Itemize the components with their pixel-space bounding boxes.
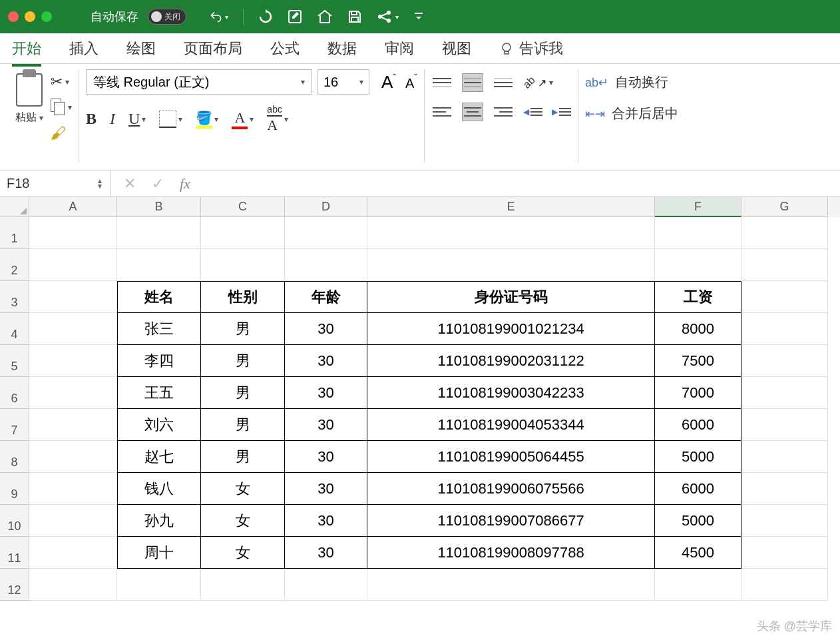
cell[interactable] [741, 313, 828, 345]
cell[interactable]: 30 [285, 377, 367, 409]
align-bottom-button[interactable] [493, 73, 514, 92]
align-right-button[interactable] [493, 103, 514, 121]
align-top-button[interactable] [431, 73, 453, 92]
row-header[interactable]: 9 [0, 473, 29, 505]
cell[interactable] [29, 409, 117, 441]
minimize-window-button[interactable] [25, 11, 35, 22]
row-header[interactable]: 3 [0, 281, 29, 313]
cell[interactable]: 李四 [117, 345, 201, 377]
cell[interactable] [655, 249, 741, 281]
col-header-D[interactable]: D [285, 197, 367, 217]
cell[interactable]: 30 [285, 537, 367, 569]
cell[interactable]: 30 [285, 409, 367, 441]
close-window-button[interactable] [8, 11, 19, 22]
col-header-E[interactable]: E [367, 197, 655, 217]
save-icon[interactable] [347, 9, 362, 24]
cell[interactable]: 王五 [117, 377, 201, 409]
cell[interactable]: 110108199005064455 [367, 441, 655, 473]
cell[interactable] [655, 569, 741, 601]
cell[interactable]: 110108199003042233 [367, 377, 655, 409]
cells-area[interactable]: 姓名 性别 年龄 身份证号码 工资 张三 男 30 11010819900102… [29, 217, 828, 601]
col-header-G[interactable]: G [741, 197, 828, 217]
decrease-indent-button[interactable]: ◀ [523, 103, 542, 121]
bold-button[interactable]: B [86, 110, 97, 128]
phonetic-guide-button[interactable]: abc A ▾ [267, 104, 288, 134]
cell[interactable]: 刘六 [117, 409, 201, 441]
cut-button[interactable]: ✂ ▾ [51, 73, 72, 91]
merge-center-button[interactable]: ⇤⇥ 合并后居中 [585, 105, 678, 123]
name-box[interactable]: F18 ▲▼ [0, 170, 110, 196]
accept-formula-icon[interactable]: ✓ [152, 175, 164, 192]
cell[interactable] [201, 249, 285, 281]
col-header-C[interactable]: C [201, 197, 285, 217]
cell[interactable]: 5000 [655, 441, 741, 473]
cell[interactable] [741, 217, 828, 249]
cell[interactable] [285, 569, 367, 601]
autosave-toggle[interactable]: 关闭 [148, 9, 186, 25]
cell[interactable]: 5000 [655, 505, 741, 537]
cell[interactable] [29, 505, 117, 537]
cell[interactable] [367, 569, 655, 601]
cell[interactable] [117, 249, 201, 281]
cell[interactable]: 30 [285, 345, 367, 377]
cell[interactable]: 110108199004053344 [367, 409, 655, 441]
row-header[interactable]: 7 [0, 409, 29, 441]
col-header-A[interactable]: A [29, 197, 117, 217]
cell[interactable] [117, 569, 201, 601]
tab-review[interactable]: 审阅 [385, 35, 414, 63]
cell[interactable]: 男 [201, 441, 285, 473]
cell[interactable]: 7000 [655, 377, 741, 409]
fill-color-button[interactable]: 🪣 ▾ [196, 110, 218, 129]
row-header[interactable]: 10 [0, 505, 29, 537]
cell[interactable] [741, 345, 828, 377]
cell[interactable] [201, 569, 285, 601]
col-header-B[interactable]: B [117, 197, 201, 217]
italic-button[interactable]: I [110, 110, 115, 128]
cell[interactable] [29, 249, 117, 281]
font-color-button[interactable]: A ▾ [232, 109, 254, 129]
copy-button[interactable]: ▾ [51, 99, 72, 116]
tab-home[interactable]: 开始 [12, 35, 41, 63]
row-header[interactable]: 8 [0, 441, 29, 473]
cell[interactable]: 110108199007086677 [367, 505, 655, 537]
select-all-corner[interactable] [0, 197, 29, 217]
cell[interactable]: 110108199002031122 [367, 345, 655, 377]
tab-view[interactable]: 视图 [442, 35, 471, 63]
home-icon[interactable] [317, 9, 333, 24]
tell-me-search[interactable]: 告诉我 [499, 39, 563, 59]
align-left-button[interactable] [431, 103, 453, 121]
row-header[interactable]: 1 [0, 217, 29, 249]
cell[interactable]: 110108199001021234 [367, 313, 655, 345]
cell[interactable] [741, 281, 828, 313]
cell[interactable] [741, 569, 828, 601]
cell[interactable]: 女 [201, 505, 285, 537]
cell[interactable]: 孙九 [117, 505, 201, 537]
cell[interactable]: 110108199008097788 [367, 537, 655, 569]
cell[interactable] [741, 409, 828, 441]
cell[interactable] [29, 473, 117, 505]
row-header[interactable]: 5 [0, 345, 29, 377]
cell[interactable]: 工资 [655, 281, 741, 313]
maximize-window-button[interactable] [41, 11, 52, 22]
paste-button[interactable]: 粘贴 ▾ [13, 69, 45, 125]
cell[interactable] [29, 345, 117, 377]
cell[interactable] [117, 217, 201, 249]
orientation-button[interactable]: ab ↗ ▾ [523, 73, 553, 92]
row-header[interactable]: 11 [0, 537, 29, 569]
cell[interactable]: 7500 [655, 345, 741, 377]
cell[interactable]: 女 [201, 473, 285, 505]
increase-indent-button[interactable]: ▶ [552, 103, 571, 121]
wrap-text-button[interactable]: ab↵ 自动换行 [585, 73, 678, 91]
format-painter-button[interactable]: 🖌 [51, 124, 72, 143]
cell[interactable]: 男 [201, 409, 285, 441]
share-icon[interactable]: ▾ [377, 10, 399, 23]
cell[interactable] [29, 569, 117, 601]
decrease-font-button[interactable]: A ˇ [405, 76, 417, 91]
row-header[interactable]: 12 [0, 569, 29, 601]
align-middle-button[interactable] [462, 73, 483, 92]
name-box-spinner[interactable]: ▲▼ [97, 178, 103, 189]
cell[interactable]: 年龄 [285, 281, 367, 313]
tab-draw[interactable]: 绘图 [126, 35, 156, 63]
cell[interactable]: 女 [201, 537, 285, 569]
align-center-button[interactable] [462, 103, 483, 121]
